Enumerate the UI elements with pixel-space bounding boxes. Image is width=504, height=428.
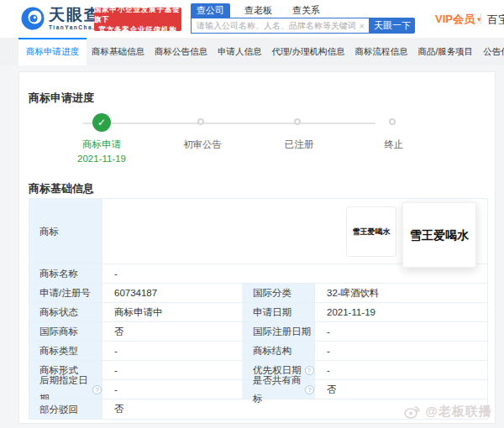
trademark-image-preview[interactable]: 雪王爱喝水 [402, 202, 476, 268]
search-button[interactable]: 天眼一下 [370, 18, 415, 34]
top-header: 天眼查 TianYanCha.com 国家中小企业发展子基金旗下 官方备案企业征… [0, 0, 504, 38]
weibo-watermark: @老板联播 [403, 403, 492, 420]
help-icon[interactable]: ? [305, 385, 314, 394]
search-type-tabs: 查公司 查老板 查关系 [191, 3, 334, 18]
search-box: × [191, 18, 370, 34]
toolbox-link[interactable]: 百宝 [487, 13, 504, 28]
table-row: 后期指定日期 ? - 是否共有商标 ? 否 [29, 380, 487, 399]
tab-trademark-gazette-info[interactable]: 商标公告信息 [150, 38, 213, 65]
badge-line1: 国家中小企业发展子基金旗下 [94, 4, 181, 24]
row-value: - [102, 342, 243, 360]
row-value: 60734187 [102, 284, 243, 302]
badge-line2: 官方备案企业征信机构 [99, 24, 177, 34]
trademark-info-table: 商标 雪王爱喝水 雪王爱喝水 商标名称 - 申请/注册号 60734187 国际… [29, 198, 488, 420]
clear-search-icon[interactable]: × [355, 21, 369, 31]
row-value: - [315, 342, 487, 360]
row-label: 国际注册日期 [243, 322, 315, 341]
row-value: 否 [315, 380, 487, 399]
search-input[interactable] [192, 21, 355, 30]
trademark-progress-timeline: ✓ 商标申请 初审公告 已注册 终止 2021-11-19 [19, 112, 496, 175]
row-label: 商标类型 [29, 342, 102, 360]
row-value: 否 [102, 322, 243, 341]
search-tab-company[interactable]: 查公司 [191, 3, 230, 18]
row-label: 部分驳回 [29, 399, 102, 419]
row-value: - [102, 361, 243, 379]
step-label-registered: 已注册 [285, 138, 314, 151]
row-label: 国际分类 [243, 284, 315, 302]
row-label: 是否共有商标 ? [243, 380, 315, 399]
row-label: 商标名称 [29, 264, 102, 283]
row-value: 2021-11-19 [315, 303, 487, 321]
step-done-circle: ✓ [92, 113, 111, 132]
trademark-image-thumb[interactable]: 雪王爱喝水 [346, 206, 396, 257]
step-todo-circle [389, 118, 396, 125]
tab-applicant-info[interactable]: 申请人信息 [213, 38, 267, 65]
row-label: 后期指定日期 ? [29, 380, 102, 399]
row-label: 商标 [29, 199, 102, 264]
search-tab-boss[interactable]: 查老板 [239, 3, 278, 18]
weibo-icon [403, 403, 422, 420]
basic-info-section-title: 商标基础信息 [29, 181, 94, 196]
tab-agency-info[interactable]: 代理/办理机构信息 [267, 38, 350, 65]
help-icon[interactable]: ? [305, 366, 314, 375]
section-nav: 商标申请进度 商标基础信息 商标公告信息 申请人信息 代理/办理机构信息 商标流… [0, 38, 504, 65]
row-label: 国际商标 [29, 322, 102, 341]
row-value: 商标申请中 [102, 303, 243, 321]
header-divider [480, 13, 481, 24]
row-label: 商标状态 [29, 303, 102, 321]
tab-trademark-progress[interactable]: 商标申请进度 [18, 38, 87, 65]
table-row-trademark: 商标 雪王爱喝水 雪王爱喝水 [29, 199, 487, 264]
step-label-terminated: 终止 [385, 138, 404, 151]
step-todo-circle [294, 118, 301, 125]
row-label: 商标结构 [243, 342, 315, 360]
tab-trademark-process-info[interactable]: 商标流程信息 [349, 38, 412, 65]
tianyancha-eye-icon [20, 6, 45, 31]
row-value: - [315, 322, 487, 341]
tab-trademark-basic-info[interactable]: 商标基础信息 [87, 38, 150, 65]
step-todo-circle [197, 118, 204, 125]
row-value: - [315, 361, 487, 379]
table-row: 商标状态 商标申请中 申请日期 2021-11-19 [29, 303, 487, 322]
step-date-applied: 2021-11-19 [77, 154, 126, 164]
trademark-image-area: 雪王爱喝水 雪王爱喝水 [102, 199, 487, 264]
content-card: 商标申请进度 ✓ 商标申请 初审公告 已注册 终止 2021-11-19 商标基… [18, 71, 496, 424]
help-icon[interactable]: ? [92, 385, 102, 394]
search-tab-relation[interactable]: 查关系 [286, 3, 326, 18]
table-row: 申请/注册号 60734187 国际分类 32-啤酒饮料 [29, 284, 487, 303]
tab-goods-services[interactable]: 商品/服务项目 [412, 38, 478, 65]
vip-label: VIP会员 [435, 12, 475, 27]
row-label: 申请/注册号 [29, 284, 102, 302]
table-row: 国际商标 否 国际注册日期 - [29, 322, 487, 342]
row-value: 32-啤酒饮料 [315, 284, 487, 302]
row-value: - [102, 380, 243, 399]
progress-section-title: 商标申请进度 [29, 91, 94, 106]
certification-badge: 国家中小企业发展子基金旗下 官方备案企业征信机构 [94, 8, 181, 31]
vip-member-link[interactable]: VIP会员 ▾ [435, 12, 481, 27]
watermark-text: @老板联播 [425, 404, 492, 420]
step-label-applied: 商标申请 [82, 138, 121, 151]
tab-gazette-info[interactable]: 公告信息 [478, 38, 504, 65]
timeline-line [83, 123, 375, 124]
check-icon: ✓ [97, 117, 106, 128]
table-row: 商标类型 - 商标结构 - [29, 342, 487, 361]
row-label: 申请日期 [243, 303, 315, 321]
step-label-preliminary: 初审公告 [183, 138, 222, 151]
